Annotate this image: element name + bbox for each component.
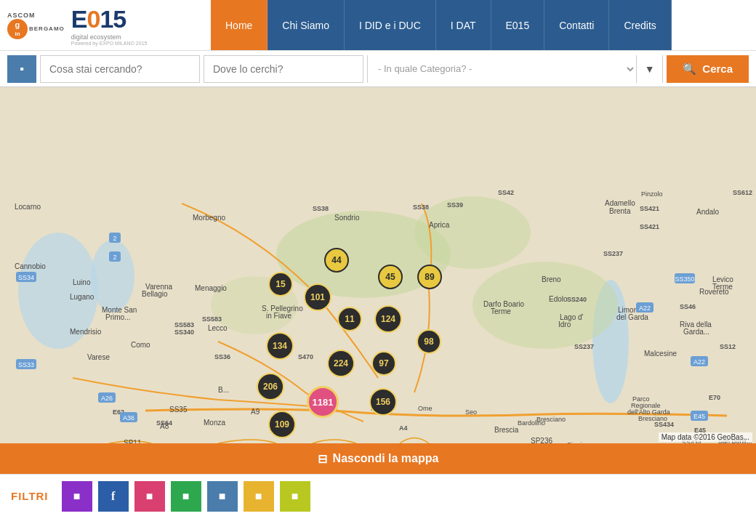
map-attribution: Map data ©2016 GeoBas... — [659, 432, 752, 442]
svg-text:SS237: SS237 — [603, 250, 623, 257]
svg-text:A4: A4 — [399, 424, 408, 432]
category-select[interactable]: - In quale Categoria? - — [368, 55, 636, 83]
svg-text:SS46: SS46 — [680, 303, 696, 310]
svg-text:SS35: SS35 — [169, 406, 188, 414]
svg-text:Brenta: Brenta — [609, 207, 631, 215]
search-toggle-btn[interactable]: ▪ — [7, 55, 36, 83]
marker-11[interactable]: 11 — [337, 307, 362, 331]
svg-text:SS237: SS237 — [574, 343, 594, 350]
svg-text:SS583: SS583 — [202, 315, 222, 323]
nav-contatti[interactable]: Contatti — [544, 0, 609, 50]
search-button[interactable]: 🔍 Cerca — [667, 55, 749, 83]
svg-text:SS64: SS64 — [156, 419, 172, 427]
svg-text:SS340: SS340 — [174, 329, 194, 336]
filter-btn-7[interactable]: ■ — [280, 481, 310, 512]
marker-15[interactable]: 15 — [268, 272, 293, 297]
nav-credits[interactable]: Credits — [609, 0, 671, 50]
marker-1181[interactable]: 1181 — [307, 386, 339, 418]
marker-134[interactable]: 134 — [266, 332, 294, 360]
svg-text:Sondrio: Sondrio — [334, 214, 360, 222]
nav-dat[interactable]: I DAT — [436, 0, 491, 50]
svg-text:Locarno: Locarno — [15, 203, 41, 211]
svg-text:A22: A22 — [693, 358, 705, 366]
filter-label: FILTRI — [11, 490, 49, 502]
svg-text:Garda...: Garda... — [683, 328, 709, 336]
search-icon: 🔍 — [683, 63, 696, 76]
filter-btn-4[interactable]: ■ — [171, 481, 201, 512]
marker-97[interactable]: 97 — [371, 351, 396, 376]
nav-chi-siamo[interactable]: Chi Siamo — [268, 0, 345, 50]
svg-text:Andalo: Andalo — [696, 208, 720, 216]
filter-btn-1[interactable]: ■ — [62, 481, 92, 512]
marker-98[interactable]: 98 — [417, 329, 441, 354]
svg-text:SS12: SS12 — [720, 343, 736, 350]
svg-point-2 — [91, 240, 134, 313]
toggle-icon: ▪ — [20, 63, 24, 76]
category-toggle-btn[interactable]: ▼ — [636, 55, 662, 83]
marker-206[interactable]: 206 — [257, 373, 284, 400]
svg-text:Morbegno: Morbegno — [193, 214, 225, 222]
logo-zero: 0 — [87, 5, 100, 33]
marker-89[interactable]: 89 — [417, 265, 442, 289]
svg-text:2: 2 — [113, 235, 116, 242]
filter-icon-1: ■ — [73, 490, 81, 503]
filter-icon-6: ■ — [255, 490, 262, 503]
hide-map-button[interactable]: ⊟ Nascondi la mappa — [0, 443, 756, 474]
svg-text:Como: Como — [131, 341, 150, 349]
filter-bar: FILTRI ■ f ■ ■ ■ ■ ■ — [0, 474, 756, 517]
svg-text:Bardolino: Bardolino — [518, 419, 545, 427]
marker-44[interactable]: 44 — [324, 248, 349, 273]
logo-de: digital ecosystem — [71, 33, 148, 41]
svg-text:A9: A9 — [251, 408, 260, 416]
svg-text:Pinzolo: Pinzolo — [641, 190, 663, 198]
marker-45[interactable]: 45 — [378, 265, 403, 289]
filter-btn-3[interactable]: ■ — [134, 481, 165, 512]
nav-did-duc[interactable]: I DID e i DUC — [345, 0, 436, 50]
svg-text:Seo: Seo — [465, 408, 477, 416]
svg-text:A26: A26 — [101, 395, 113, 402]
svg-text:Monza: Monza — [204, 419, 225, 427]
svg-text:SS33: SS33 — [18, 361, 34, 368]
svg-text:Primo...: Primo... — [105, 313, 130, 321]
svg-text:SP236: SP236 — [531, 437, 552, 443]
header: ASCOM gin BERGAMO E 0 15 digital ec — [0, 0, 756, 51]
svg-text:SS39: SS39 — [447, 201, 463, 209]
svg-text:Lecco: Lecco — [208, 324, 228, 332]
filter-icon-2: f — [111, 490, 115, 503]
marker-101[interactable]: 101 — [304, 283, 331, 311]
svg-text:Ome: Ome — [418, 405, 433, 412]
svg-text:S470: S470 — [298, 353, 313, 360]
filter-btn-2[interactable]: f — [98, 481, 129, 512]
logo-ascom: ASCOM — [7, 12, 36, 19]
svg-text:Cannobio: Cannobio — [15, 262, 46, 270]
svg-text:Breno: Breno — [542, 275, 561, 283]
marker-124[interactable]: 124 — [374, 305, 402, 333]
hide-map-icon: ⊟ — [318, 452, 327, 466]
filter-btn-6[interactable]: ■ — [244, 481, 274, 512]
search-cosa-input[interactable] — [40, 55, 200, 83]
svg-text:Bellagio: Bellagio — [142, 290, 168, 298]
svg-text:Malcesine: Malcesine — [644, 350, 677, 358]
svg-text:Menaggio: Menaggio — [195, 284, 227, 292]
nav-e015[interactable]: E015 — [491, 0, 545, 50]
svg-text:SS36: SS36 — [214, 353, 230, 360]
svg-text:SP11: SP11 — [124, 439, 142, 443]
filter-btn-5[interactable]: ■ — [207, 481, 238, 512]
svg-text:Terme: Terme — [491, 307, 511, 315]
svg-text:A22: A22 — [639, 305, 651, 312]
svg-text:B...: B... — [218, 386, 229, 394]
marker-156[interactable]: 156 — [369, 388, 397, 416]
svg-text:Rovereto: Rovereto — [699, 288, 729, 296]
marker-109[interactable]: 109 — [268, 411, 296, 438]
logo-bergamo: BERGAMO — [29, 25, 65, 32]
svg-text:SS42: SS42 — [498, 189, 514, 196]
svg-text:del Garda: del Garda — [616, 313, 648, 321]
marker-224[interactable]: 224 — [327, 350, 355, 377]
nav-home[interactable]: Home — [211, 0, 268, 50]
svg-text:A36: A36 — [123, 414, 134, 422]
svg-text:SS240: SS240 — [567, 296, 587, 303]
search-dove-input[interactable] — [204, 55, 363, 83]
svg-text:Luino: Luino — [73, 278, 91, 286]
logo-15: 15 — [100, 5, 126, 33]
svg-text:Sirmione: Sirmione — [567, 441, 593, 443]
